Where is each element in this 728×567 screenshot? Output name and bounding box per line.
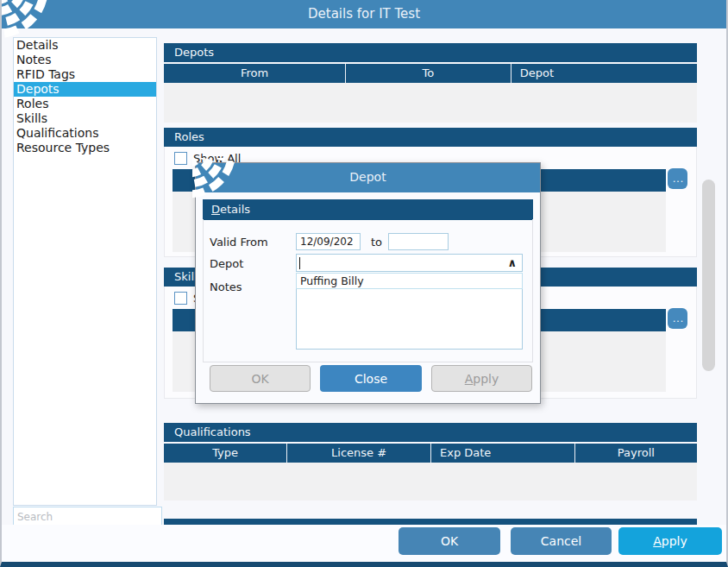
- tab-details-label: Details: [211, 199, 250, 220]
- dialog-apply-button[interactable]: Apply: [431, 365, 532, 392]
- qualifications-table-header: TypeLicense #Exp DatePayroll: [164, 444, 697, 463]
- sidebar-item-depots[interactable]: Depots: [14, 82, 156, 97]
- tab-details[interactable]: Details: [203, 199, 533, 220]
- depots-table-header: FromToDepot: [164, 64, 697, 83]
- sidebar-item-rfid-tags[interactable]: RFID Tags: [14, 67, 156, 82]
- valid-from-label: Valid From: [210, 236, 268, 249]
- sidebar-item-skills[interactable]: Skills: [14, 111, 156, 126]
- notes-label: Notes: [210, 280, 242, 293]
- footer-apply-label: Apply: [653, 534, 687, 548]
- footer-cancel-button[interactable]: Cancel: [511, 527, 612, 555]
- footer-apply-button[interactable]: Apply: [618, 527, 722, 555]
- column-header-license-: License #: [286, 444, 430, 463]
- text-cursor: [299, 257, 300, 269]
- dialog-close-label: Close: [355, 372, 387, 386]
- qualifications-table-body: [164, 463, 697, 501]
- details-window: Details for IT Test DetailsNotesRFID Tag…: [0, 0, 728, 567]
- column-header-type: Type: [164, 444, 286, 463]
- footer-bar: [2, 525, 726, 562]
- column-header-depot: Depot: [511, 64, 697, 83]
- dialog-ok-button[interactable]: OK: [210, 365, 311, 392]
- depot-label: Depot: [210, 257, 243, 270]
- section-header-roles: Roles: [164, 128, 697, 147]
- section-header-depots: Depots: [164, 43, 697, 62]
- sidebar-item-notes[interactable]: Notes: [14, 53, 156, 67]
- chevron-up-icon[interactable]: ∧: [507, 256, 517, 269]
- footer-cancel-label: Cancel: [541, 534, 581, 548]
- depot-dialog: Depot Details Valid From to Depot ∧ Puff…: [195, 162, 541, 404]
- footer-ok-label: OK: [441, 534, 458, 548]
- section-header-qualifications: Qualifications: [164, 423, 697, 442]
- dialog-close-button[interactable]: Close: [320, 365, 422, 392]
- sidebar-item-qualifications[interactable]: Qualifications: [14, 126, 156, 141]
- window-title: Details for IT Test: [2, 6, 726, 22]
- skills-show-all-checkbox[interactable]: [174, 292, 187, 305]
- sidebar-item-roles[interactable]: Roles: [14, 97, 156, 111]
- vertical-scrollbar-thumb[interactable]: [702, 180, 715, 371]
- sidebar-item-details[interactable]: Details: [14, 38, 156, 53]
- depot-combobox[interactable]: ∧: [296, 254, 523, 272]
- valid-from-input[interactable]: [296, 233, 361, 250]
- dialog-apply-label: Apply: [465, 372, 499, 386]
- depots-table-body: [164, 83, 697, 123]
- sidebar-item-resource-types[interactable]: Resource Types: [14, 141, 156, 155]
- dialog-ok-label: OK: [251, 372, 268, 386]
- sidebar-search-input[interactable]: [13, 507, 162, 526]
- roles-show-all-checkbox[interactable]: [174, 152, 187, 165]
- depot-dialog-titlebar: Depot: [196, 163, 540, 192]
- column-header-exp-date: Exp Date: [430, 444, 574, 463]
- footer-ok-button[interactable]: OK: [399, 527, 500, 555]
- sidebar-nav: DetailsNotesRFID TagsDepotsRolesSkillsQu…: [13, 37, 157, 506]
- dropdown-option[interactable]: Puffing Billy: [296, 273, 523, 289]
- column-header-from: From: [164, 64, 345, 83]
- to-label: to: [371, 236, 382, 249]
- column-header-to: To: [345, 64, 511, 83]
- skills-more-button[interactable]: ...: [668, 308, 687, 329]
- depot-dropdown-list: Puffing Billy: [296, 273, 523, 289]
- depot-dialog-title: Depot: [196, 170, 540, 184]
- roles-more-button[interactable]: ...: [668, 168, 687, 189]
- window-titlebar: Details for IT Test: [2, 0, 726, 28]
- column-header-payroll: Payroll: [574, 444, 697, 463]
- valid-to-input[interactable]: [388, 233, 449, 250]
